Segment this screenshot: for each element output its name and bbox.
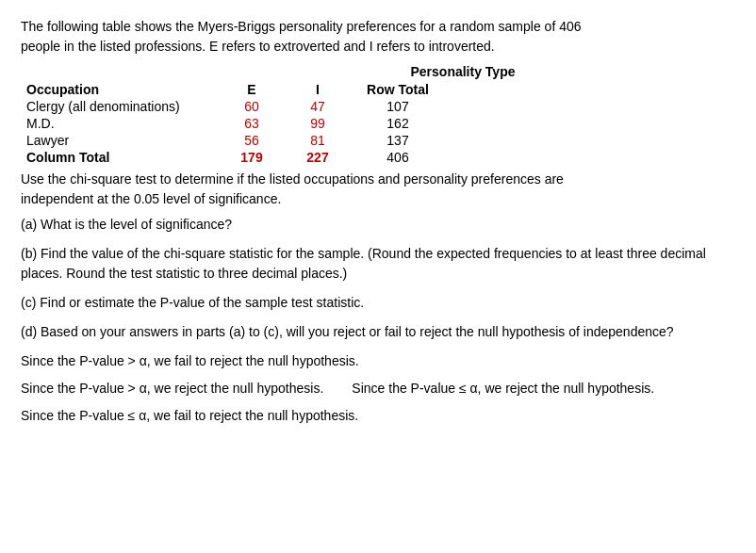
occupation-total: Column Total: [21, 149, 219, 166]
question-c: (c) Find or estimate the P-value of the …: [21, 293, 735, 313]
row-total-2: 162: [351, 115, 445, 132]
e-2: 63: [219, 115, 285, 132]
occupation-1: Clergy (all denominations): [21, 98, 219, 115]
i-2: 99: [285, 115, 351, 132]
e-1: 60: [219, 98, 285, 115]
header-e: E: [219, 81, 285, 98]
question-b: (b) Find the value of the chi-square sta…: [21, 244, 735, 284]
answer-a1: Since the P-value > α, we fail to reject…: [21, 351, 735, 371]
i-3: 81: [285, 132, 351, 149]
answer-b1: Since the P-value > α, we reject the nul…: [21, 379, 323, 398]
table-row: M.D. 63 99 162: [21, 115, 445, 132]
data-table: Occupation E I Row Total Clergy (all den…: [21, 81, 445, 166]
intro-text: The following table shows the Myers-Brig…: [21, 17, 735, 57]
table-row: Lawyer 56 81 137: [21, 132, 445, 149]
answer-c1: Since the P-value ≤ α, we fail to reject…: [21, 406, 735, 426]
personality-type-header: Personality Type: [190, 64, 735, 79]
row-total-3: 137: [351, 132, 445, 149]
table-row: Clergy (all denominations) 60 47 107: [21, 98, 445, 115]
answer-b2: Since the P-value ≤ α, we reject the nul…: [352, 379, 654, 398]
header-row-total: Row Total: [351, 81, 445, 98]
answer-b-group: Since the P-value > α, we reject the nul…: [21, 379, 735, 398]
i-1: 47: [285, 98, 351, 115]
e-total: 179: [219, 149, 285, 166]
question-a: (a) What is the level of significance?: [21, 215, 735, 235]
i-total: 227: [285, 149, 351, 166]
table-row-column-total: Column Total 179 227 406: [21, 149, 445, 166]
chi-square-text: Use the chi-square test to determine if …: [21, 170, 735, 209]
header-occupation: Occupation: [21, 81, 219, 98]
occupation-2: M.D.: [21, 115, 219, 132]
row-total-total: 406: [351, 149, 445, 166]
occupation-3: Lawyer: [21, 132, 219, 149]
row-total-1: 107: [351, 98, 445, 115]
e-3: 56: [219, 132, 285, 149]
header-i: I: [285, 81, 351, 98]
table-header-row: Occupation E I Row Total: [21, 81, 445, 98]
question-d: (d) Based on your answers in parts (a) t…: [21, 322, 735, 342]
